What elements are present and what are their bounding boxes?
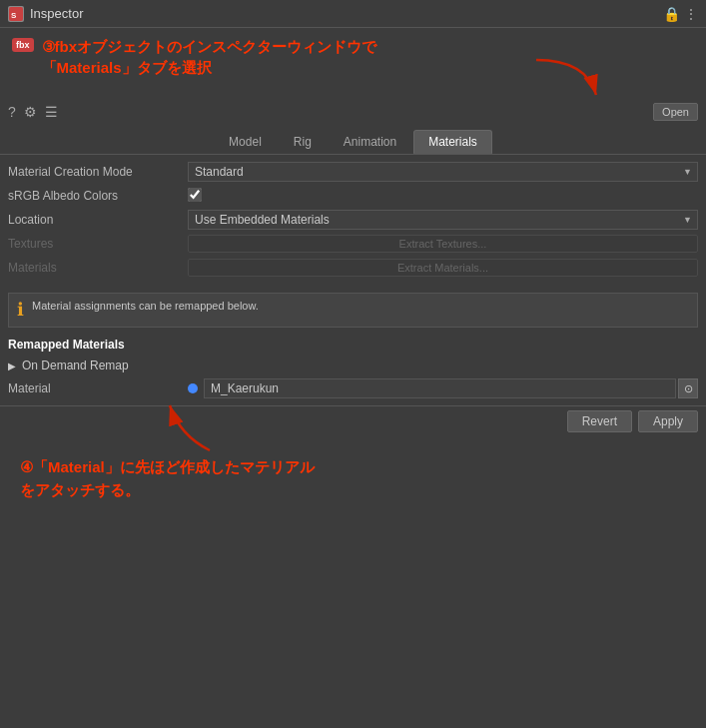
extract-materials-button: Extract Materials...	[188, 259, 698, 277]
title-bar: S Inspector 🔒 ⋮	[0, 0, 706, 28]
material-field-input[interactable]	[204, 378, 676, 398]
gear-icon[interactable]: ⚙	[24, 104, 37, 120]
on-demand-remap-label: On Demand Remap	[22, 359, 129, 372]
prop-label-material-creation-mode: Material Creation Mode	[8, 165, 188, 179]
tabs-bar: Model Rig Animation Materials	[0, 126, 706, 155]
annotation-line2: 「Materials」タブを選択	[42, 57, 377, 78]
layout-icon[interactable]: ☰	[45, 104, 58, 120]
tab-rig[interactable]: Rig	[279, 130, 327, 154]
prop-label-srgb: sRGB Albedo Colors	[8, 189, 188, 203]
material-creation-mode-select[interactable]: Standard	[188, 162, 698, 182]
toolbar-row: ? ⚙ ☰ Open	[0, 98, 706, 126]
material-pick-button[interactable]: ⊙	[678, 378, 698, 398]
on-demand-remap-row[interactable]: ▶ On Demand Remap	[0, 356, 706, 375]
material-row: Material ⊙	[0, 375, 706, 401]
inspector-icon: S	[8, 6, 24, 22]
help-icon[interactable]: ?	[8, 104, 16, 120]
properties-area: Material Creation Mode Standard sRGB Alb…	[0, 155, 706, 287]
menu-icon[interactable]: ⋮	[684, 6, 698, 22]
info-icon: ℹ	[17, 299, 24, 321]
tab-materials[interactable]: Materials	[413, 130, 492, 154]
prop-value-srgb	[188, 188, 698, 205]
open-button[interactable]: Open	[653, 103, 698, 121]
fbx-icon: fbx	[12, 38, 34, 52]
info-box: ℹ Material assignments can be remapped b…	[8, 293, 698, 328]
revert-button[interactable]: Revert	[567, 410, 632, 432]
prop-value-location[interactable]: Use Embedded Materials	[188, 210, 698, 230]
prop-label-materials: Materials	[8, 261, 188, 275]
bottom-buttons: Revert Apply	[0, 405, 706, 436]
prop-value-material-creation-mode[interactable]: Standard	[188, 162, 698, 182]
prop-row-materials: Materials Extract Materials...	[8, 257, 698, 279]
prop-label-textures: Textures	[8, 237, 188, 251]
material-section: Material ⊙	[0, 375, 706, 401]
location-select[interactable]: Use Embedded Materials	[188, 210, 698, 230]
prop-row-srgb: sRGB Albedo Colors	[8, 185, 698, 207]
prop-row-textures: Textures Extract Textures...	[8, 233, 698, 255]
extract-textures-button: Extract Textures...	[188, 235, 698, 253]
info-text: Material assignments can be remapped bel…	[32, 300, 259, 312]
bottom-annotation-area: ④「Material」に先ほど作成したマテリアル をアタッチする。	[0, 436, 706, 509]
prop-value-materials: Extract Materials...	[188, 259, 698, 277]
annotation-bottom-line1: ④「Material」に先ほど作成したマテリアル	[20, 456, 690, 479]
window-title: Inspector	[30, 6, 83, 21]
prop-value-textures: Extract Textures...	[188, 235, 698, 253]
tab-animation[interactable]: Animation	[329, 130, 411, 154]
expand-arrow-icon: ▶	[8, 361, 16, 371]
annotation-line1: ③fbxオブジェクトのインスペクターウィンドウで	[42, 36, 377, 57]
material-dot-icon	[188, 383, 198, 393]
tab-model[interactable]: Model	[214, 130, 277, 154]
material-field-label: Material	[8, 381, 188, 395]
srgb-checkbox[interactable]	[188, 188, 202, 202]
apply-button[interactable]: Apply	[638, 410, 698, 432]
prop-label-location: Location	[8, 213, 188, 227]
remapped-materials-header: Remapped Materials	[0, 334, 706, 356]
material-value-wrap: ⊙	[188, 378, 698, 398]
prop-row-material-creation-mode: Material Creation Mode Standard	[8, 161, 698, 183]
annotation-bottom-line2: をアタッチする。	[20, 479, 690, 502]
lock-icon[interactable]: 🔒	[663, 6, 680, 22]
prop-row-location: Location Use Embedded Materials	[8, 209, 698, 231]
svg-text:S: S	[11, 11, 17, 20]
